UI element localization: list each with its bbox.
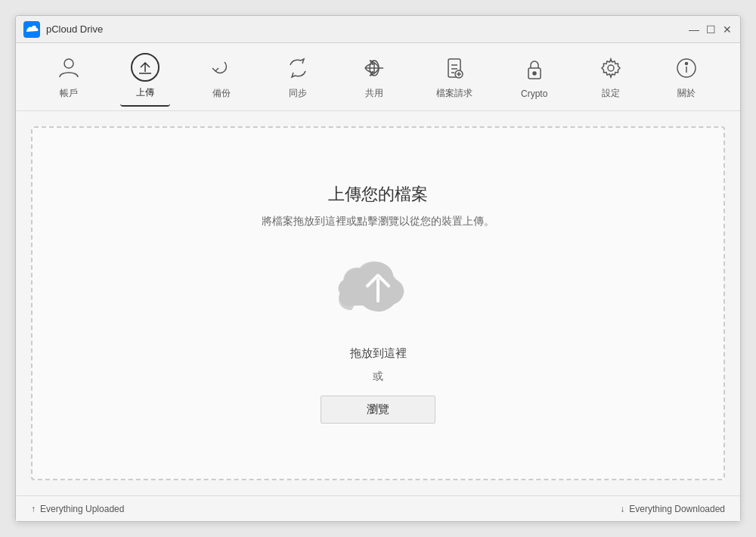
- svg-point-12: [533, 72, 536, 75]
- window-controls: — ☐ ✕: [689, 24, 733, 35]
- toolbar-item-settings[interactable]: 設定: [586, 48, 636, 106]
- download-status-text: Everything Downloaded: [629, 504, 725, 514]
- sync-label: 同步: [289, 87, 307, 100]
- user-icon: [54, 54, 83, 82]
- title-bar: pCloud Drive — ☐ ✕: [16, 16, 740, 43]
- upload-status-icon: ↑: [31, 504, 36, 514]
- browse-button[interactable]: 瀏覽: [321, 396, 435, 424]
- svg-point-13: [608, 65, 614, 71]
- about-label: 關於: [677, 87, 696, 100]
- minimize-button[interactable]: —: [689, 24, 699, 35]
- upload-status-text: Everything Uploaded: [40, 504, 124, 514]
- upload-icon: [131, 53, 160, 82]
- toolbar-item-filerequest[interactable]: 檔案請求: [426, 48, 483, 106]
- filerequest-icon: [440, 54, 469, 82]
- close-button[interactable]: ✕: [722, 24, 733, 35]
- share-label: 共用: [365, 87, 383, 100]
- crypto-label: Crypto: [521, 88, 547, 99]
- crypto-icon: [520, 55, 549, 84]
- backup-icon: [207, 54, 236, 82]
- or-label: 或: [373, 370, 383, 383]
- status-bar: ↑ Everything Uploaded ↓ Everything Downl…: [16, 495, 740, 521]
- settings-label: 設定: [602, 87, 620, 100]
- settings-icon: [596, 54, 625, 82]
- toolbar-item-crypto[interactable]: Crypto: [510, 49, 559, 105]
- toolbar-item-sync[interactable]: 同步: [273, 48, 323, 106]
- toolbar-item-about[interactable]: 關於: [662, 48, 711, 106]
- about-icon: [672, 54, 701, 82]
- window-title: pCloud Drive: [46, 23, 689, 35]
- drop-label: 拖放到這裡: [350, 346, 407, 361]
- toolbar-item-upload[interactable]: 上傳: [120, 47, 170, 107]
- toolbar-item-backup[interactable]: 備份: [197, 48, 246, 106]
- account-label: 帳戶: [60, 87, 78, 100]
- status-left: ↑ Everything Uploaded: [31, 504, 620, 514]
- upload-title: 上傳您的檔案: [328, 183, 428, 206]
- svg-point-16: [686, 63, 688, 65]
- maximize-button[interactable]: ☐: [705, 24, 716, 35]
- toolbar-item-account[interactable]: 帳戶: [44, 48, 94, 106]
- backup-label: 備份: [212, 87, 231, 100]
- toolbar-item-share[interactable]: 共用: [349, 48, 399, 106]
- app-window: pCloud Drive — ☐ ✕ 帳戶: [15, 15, 741, 522]
- app-logo: [23, 21, 40, 38]
- download-status-icon: ↓: [620, 504, 624, 514]
- upload-label: 上傳: [136, 86, 154, 99]
- upload-zone[interactable]: 上傳您的檔案 將檔案拖放到這裡或點擊瀏覽以從您的裝置上傳。 拖放到這裡 或 瀏覽: [31, 126, 725, 480]
- filerequest-label: 檔案請求: [436, 87, 472, 100]
- sync-icon: [284, 54, 312, 82]
- status-right: ↓ Everything Downloaded: [620, 504, 725, 514]
- share-icon: [360, 54, 389, 82]
- upload-subtitle: 將檔案拖放到這裡或點擊瀏覽以從您的裝置上傳。: [262, 215, 494, 228]
- toolbar: 帳戶 上傳 備份: [16, 43, 740, 111]
- content-area: 上傳您的檔案 將檔案拖放到這裡或點擊瀏覽以從您的裝置上傳。 拖放到這裡 或 瀏覽: [16, 111, 740, 495]
- svg-point-1: [64, 59, 73, 68]
- cloud-upload-icon: [333, 257, 423, 328]
